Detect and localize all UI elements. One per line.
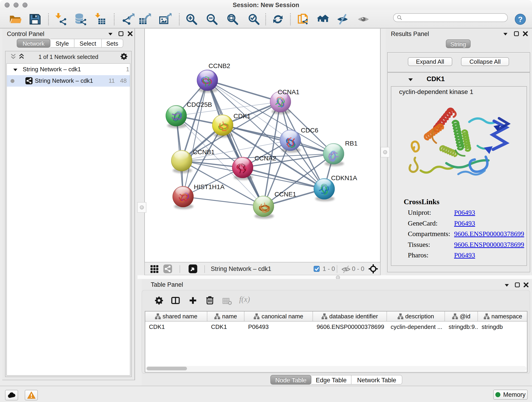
node-CCNA1[interactable]: CCNA1 <box>270 89 299 114</box>
tree-expander-icon[interactable] <box>13 67 18 72</box>
right-splitter-handle[interactable] <box>380 147 390 157</box>
node-RB1[interactable]: RB1 <box>323 140 357 166</box>
expand-all-button[interactable]: Expand All <box>408 57 452 66</box>
column-header-name[interactable]: name <box>207 312 244 321</box>
node-CDKN1A[interactable]: CDKN1A <box>314 174 357 201</box>
function-builder-icon[interactable]: f(x) <box>239 295 250 304</box>
export-network-button[interactable] <box>121 12 136 27</box>
horizontal-splitter[interactable] <box>138 275 532 279</box>
table-panel-menu-icon[interactable] <box>503 282 510 289</box>
zoom-out-button[interactable] <box>205 12 219 27</box>
edge-HIST1H1A-CCNE1[interactable] <box>183 197 264 206</box>
table-panel-close-icon[interactable] <box>522 281 530 288</box>
column-type-icon <box>452 313 458 319</box>
hide-selected-button[interactable] <box>335 12 350 27</box>
control-panel-close-icon[interactable] <box>127 30 134 37</box>
control-panel-menu-icon[interactable] <box>107 31 114 38</box>
tab-node-table[interactable]: Node Table <box>270 375 311 385</box>
help-button[interactable] <box>513 12 528 27</box>
column-header-sharedname[interactable]: shared name <box>145 312 207 321</box>
column-header-id[interactable]: @id <box>445 312 478 321</box>
import-table-from-file-button[interactable] <box>93 12 108 27</box>
results-panel-close-icon[interactable] <box>522 30 529 37</box>
selected-nodes-checkbox[interactable] <box>314 266 320 272</box>
node-CCNB2[interactable]: CCNB2 <box>197 62 230 93</box>
collapse-all-button[interactable]: Collapse All <box>461 57 509 66</box>
results-buttons-box: Expand All Collapse All <box>387 52 530 72</box>
crosslink-genecard-link[interactable]: P06493 <box>454 219 475 227</box>
table-settings-gear-icon[interactable] <box>154 296 164 305</box>
toolbar-separator <box>114 13 114 25</box>
houses-icon <box>317 13 329 26</box>
node-CCNE1[interactable]: CCNE1 <box>253 191 296 219</box>
scrollbar-thumb[interactable] <box>147 367 187 370</box>
left-splitter-handle[interactable] <box>137 202 146 213</box>
network-canvas[interactable]: CCNB2CCNA1CDC25BCDK1CDC6RB1CCNB1CCNA2CDK… <box>144 29 380 262</box>
export-table-button[interactable] <box>138 12 152 27</box>
node-CDK1[interactable]: CDK1 <box>212 113 251 138</box>
section-gene-name: CDK1 <box>427 75 445 83</box>
gene-description: cyclin-dependent kinase 1 <box>399 88 473 96</box>
delete-table-icon[interactable] <box>222 297 232 306</box>
tab-select[interactable]: Select <box>75 39 102 48</box>
table-panel-float-icon[interactable] <box>514 281 521 288</box>
column-header-canonicalname[interactable]: canonical name <box>244 312 313 321</box>
crosslink-uniprot-link[interactable]: P06493 <box>454 209 475 216</box>
node-HIST1H1A[interactable]: HIST1H1A <box>172 183 225 209</box>
toolbar-separator <box>48 13 49 25</box>
crosslink-tissues-link[interactable]: 9606.ENSP00000378699 <box>454 241 524 249</box>
results-panel-float-icon[interactable] <box>513 30 520 37</box>
section-collapse-icon[interactable] <box>407 76 414 83</box>
memory-button[interactable]: Memory <box>493 390 528 400</box>
save-session-button[interactable] <box>27 12 42 27</box>
export-view-icon[interactable] <box>188 264 197 274</box>
node-CCNB1[interactable]: CCNB1 <box>171 148 215 173</box>
delete-column-icon[interactable] <box>205 295 215 305</box>
cell-namespace: stringdb <box>478 322 527 332</box>
column-header-namespace[interactable]: namespace <box>478 312 527 321</box>
network-share-icon[interactable] <box>163 264 172 274</box>
edge-CCNB2-HIST1H1A[interactable] <box>183 80 207 197</box>
network-selection-text: 1 of 1 Network selected <box>6 54 131 60</box>
node-CDC25B[interactable]: CDC25B <box>166 101 212 128</box>
open-session-button[interactable] <box>8 12 22 27</box>
string-home-button[interactable] <box>316 12 330 27</box>
network-options-gear-icon[interactable] <box>120 53 128 60</box>
apply-layout-button[interactable] <box>271 12 285 27</box>
column-header-databaseidentifier[interactable]: database identifier <box>313 312 387 321</box>
network-tree-row[interactable]: String Network – cdk11 <box>7 64 130 75</box>
clone-network-button[interactable] <box>296 12 311 27</box>
table-row[interactable]: CDK1CDK1P064939606.ENSP00000378699cyclin… <box>145 322 527 332</box>
import-network-from-file-button[interactable] <box>53 12 68 27</box>
zoom-in-button[interactable] <box>184 12 199 27</box>
cloud-button[interactable] <box>5 390 18 400</box>
import-network-from-database-button[interactable] <box>73 12 88 27</box>
export-image-button[interactable] <box>158 12 173 27</box>
crosslink-pharos-link[interactable]: P06493 <box>454 251 475 259</box>
show-all-button[interactable] <box>356 12 371 27</box>
tab-network[interactable]: Network <box>17 39 51 48</box>
edge-CCNB2-CCNA1[interactable] <box>207 80 280 102</box>
tab-style[interactable]: Style <box>51 39 75 48</box>
tab-string[interactable]: String <box>446 39 471 48</box>
control-panel-tabs: NetworkStyleSelectSets <box>17 39 123 48</box>
warnings-button[interactable] <box>25 390 38 400</box>
control-panel-float-icon[interactable] <box>117 30 125 37</box>
tab-edge-table[interactable]: Edge Table <box>311 375 351 385</box>
search-input[interactable] <box>405 14 505 21</box>
network-tree-row[interactable]: String Network – cdk11148 <box>7 75 130 87</box>
crosshair-navigate-icon[interactable] <box>368 264 378 274</box>
tab-sets[interactable]: Sets <box>102 39 123 48</box>
show-columns-icon[interactable] <box>171 296 180 305</box>
crosslink-compartments-link[interactable]: 9606.ENSP00000378699 <box>454 230 524 238</box>
zoom-selected-button[interactable] <box>247 12 261 27</box>
table-horizontal-scrollbar[interactable] <box>146 366 526 371</box>
results-panel-menu-icon[interactable] <box>502 31 509 38</box>
column-header-description[interactable]: description <box>387 312 445 321</box>
birds-eye-view-icon[interactable] <box>150 264 159 274</box>
tab-network-table[interactable]: Network Table <box>351 375 402 385</box>
add-column-icon[interactable] <box>188 296 197 305</box>
crosslink-label: GeneCard: <box>408 219 438 227</box>
network-name: String Network – cdk1 <box>35 77 93 84</box>
zoom-fit-content-button[interactable] <box>225 12 240 27</box>
